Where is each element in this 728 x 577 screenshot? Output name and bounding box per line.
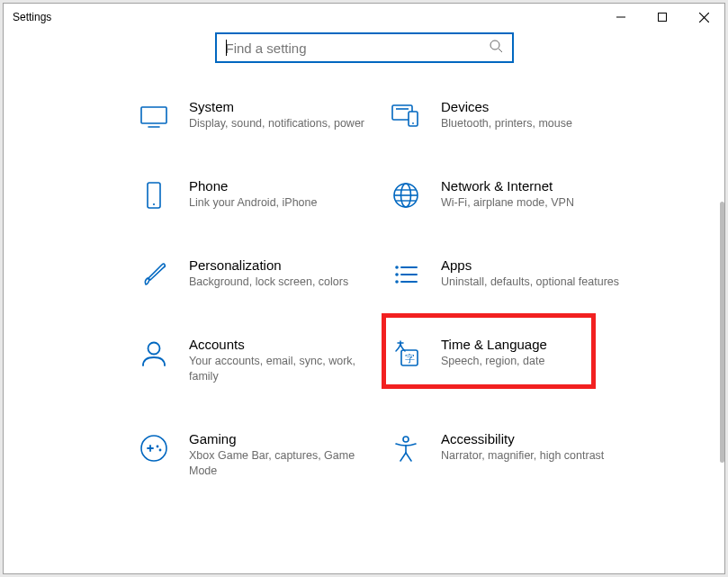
window-controls xyxy=(600,4,724,31)
category-devices[interactable]: DevicesBluetooth, printers, mouse xyxy=(391,99,643,131)
category-text: GamingXbox Game Bar, captures, Game Mode xyxy=(189,431,373,479)
category-title: Gaming xyxy=(189,431,373,446)
category-text: AccountsYour accounts, email, sync, work… xyxy=(189,337,373,384)
category-description: Background, lock screen, colors xyxy=(189,275,373,290)
category-description: Speech, region, date xyxy=(441,354,625,369)
category-apps[interactable]: AppsUninstall, defaults, optional featur… xyxy=(391,257,643,290)
category-description: Link your Android, iPhone xyxy=(189,195,373,211)
language-icon xyxy=(391,338,421,369)
close-icon xyxy=(699,13,709,23)
search-box[interactable] xyxy=(215,32,514,63)
category-description: Wi-Fi, airplane mode, VPN xyxy=(441,195,625,211)
content-area: SystemDisplay, sound, notifications, pow… xyxy=(4,31,724,573)
category-title: Accessibility xyxy=(441,431,625,446)
category-network[interactable]: Network & InternetWi-Fi, airplane mode, … xyxy=(391,178,643,211)
minimize-icon xyxy=(616,13,625,22)
categories-grid: SystemDisplay, sound, notifications, pow… xyxy=(4,99,688,479)
accessibility-icon xyxy=(391,433,421,464)
svg-rect-1 xyxy=(659,14,667,22)
category-title: Personalization xyxy=(189,257,373,273)
category-time-language[interactable]: Time & LanguageSpeech, region, date xyxy=(391,337,643,384)
category-text: DevicesBluetooth, printers, mouse xyxy=(441,99,625,131)
svg-line-5 xyxy=(499,49,502,52)
category-title: Network & Internet xyxy=(441,178,625,194)
category-title: Accounts xyxy=(189,337,373,352)
settings-window: Settings SystemDisplay, sound, notific xyxy=(3,3,725,574)
maximize-icon xyxy=(658,13,667,22)
category-description: Xbox Game Bar, captures, Game Mode xyxy=(189,448,373,479)
monitor-icon xyxy=(139,101,169,131)
category-text: SystemDisplay, sound, notifications, pow… xyxy=(189,99,373,131)
close-button[interactable] xyxy=(683,4,724,31)
category-text: AppsUninstall, defaults, optional featur… xyxy=(441,257,625,290)
gaming-icon xyxy=(139,433,169,464)
category-title: Apps xyxy=(441,257,625,273)
text-caret xyxy=(226,40,227,56)
category-text: PhoneLink your Android, iPhone xyxy=(189,178,373,211)
person-icon xyxy=(139,338,169,369)
category-description: Narrator, magnifier, high contrast xyxy=(441,448,625,464)
search-input[interactable] xyxy=(226,41,490,56)
category-phone[interactable]: PhoneLink your Android, iPhone xyxy=(139,178,391,211)
globe-icon xyxy=(391,180,421,211)
scrollbar-thumb[interactable] xyxy=(720,202,724,463)
maximize-button[interactable] xyxy=(642,4,683,31)
category-system[interactable]: SystemDisplay, sound, notifications, pow… xyxy=(139,99,391,131)
category-title: Time & Language xyxy=(441,337,625,352)
category-title: Phone xyxy=(189,178,373,194)
search-icon xyxy=(490,40,503,57)
category-personalization[interactable]: PersonalizationBackground, lock screen, … xyxy=(139,257,391,290)
devices-icon xyxy=(391,101,421,131)
category-text: Time & LanguageSpeech, region, date xyxy=(441,337,625,369)
category-description: Your accounts, email, sync, work, family xyxy=(189,354,373,384)
minimize-button[interactable] xyxy=(600,4,642,31)
category-accessibility[interactable]: AccessibilityNarrator, magnifier, high c… xyxy=(391,431,643,479)
search-wrap xyxy=(4,31,724,99)
category-text: PersonalizationBackground, lock screen, … xyxy=(189,257,373,290)
phone-icon xyxy=(139,180,169,211)
svg-point-4 xyxy=(490,41,499,50)
category-text: AccessibilityNarrator, magnifier, high c… xyxy=(441,431,625,464)
category-description: Bluetooth, printers, mouse xyxy=(441,116,625,131)
brush-icon xyxy=(139,259,169,290)
category-description: Display, sound, notifications, power xyxy=(189,116,373,131)
titlebar: Settings xyxy=(4,4,724,31)
category-text: Network & InternetWi-Fi, airplane mode, … xyxy=(441,178,625,211)
category-title: System xyxy=(189,99,373,114)
window-title: Settings xyxy=(13,11,51,23)
category-gaming[interactable]: GamingXbox Game Bar, captures, Game Mode xyxy=(139,431,391,479)
category-description: Uninstall, defaults, optional features xyxy=(441,275,625,290)
category-accounts[interactable]: AccountsYour accounts, email, sync, work… xyxy=(139,337,391,384)
category-title: Devices xyxy=(441,99,625,114)
apps-icon xyxy=(391,259,421,290)
